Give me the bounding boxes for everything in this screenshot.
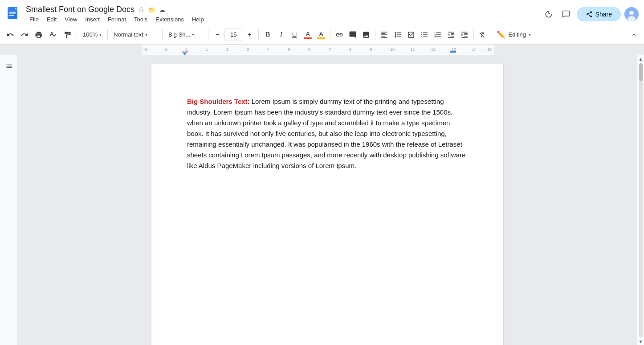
doc-title-area: Smallest Font on Google Docs ☆ 📁 ☁ File … <box>26 5 541 24</box>
menu-help[interactable]: Help <box>188 15 208 24</box>
title-actions: Share <box>541 7 639 21</box>
align-button[interactable] <box>378 29 391 41</box>
left-sidebar <box>0 55 18 345</box>
scrollbar[interactable]: ▲ ▼ <box>637 55 644 345</box>
doc-title[interactable]: Smallest Font on Google Docs <box>26 5 135 14</box>
style-chevron: ▾ <box>145 32 147 37</box>
svg-text:7: 7 <box>329 47 331 52</box>
menu-bar: File Edit View Insert Format Tools Exten… <box>26 15 541 24</box>
menu-format[interactable]: Format <box>104 15 130 24</box>
toolbar-expand-button[interactable] <box>628 29 640 41</box>
underline-button[interactable]: U <box>288 29 301 41</box>
menu-view[interactable]: View <box>61 15 81 24</box>
editing-mode-button[interactable]: ✏️ Editing ▾ <box>492 28 536 41</box>
title-bar: Smallest Font on Google Docs ☆ 📁 ☁ File … <box>0 0 644 25</box>
svg-text:10: 10 <box>390 47 395 52</box>
paint-format-button[interactable] <box>61 28 74 42</box>
redo-button[interactable] <box>18 28 31 42</box>
svg-rect-10 <box>0 45 142 55</box>
menu-insert[interactable]: Insert <box>82 15 103 24</box>
checklist-button[interactable] <box>405 29 417 41</box>
svg-text:3: 3 <box>247 47 249 52</box>
link-button[interactable] <box>333 29 346 41</box>
page-area[interactable]: Big Shoulders Text: Lorem Ipsum is simpl… <box>18 55 637 345</box>
indent-decrease-button[interactable] <box>445 29 457 41</box>
body-text: Lorem Ipsum is simply dummy text of the … <box>187 98 465 169</box>
menu-tools[interactable]: Tools <box>130 15 151 24</box>
svg-text:4: 4 <box>267 47 269 52</box>
star-icon[interactable]: ☆ <box>138 5 144 14</box>
svg-text:15: 15 <box>487 47 492 52</box>
svg-text:8: 8 <box>349 47 351 52</box>
highlight-button[interactable]: A <box>315 29 327 41</box>
indent-increase-button[interactable] <box>458 29 471 41</box>
undo-button[interactable] <box>4 28 17 42</box>
numbered-list-button[interactable] <box>432 29 444 41</box>
svg-text:12: 12 <box>431 47 436 52</box>
svg-rect-4 <box>9 15 14 16</box>
svg-text:-2: -2 <box>164 47 167 52</box>
separator-6 <box>330 29 330 40</box>
font-select[interactable]: Big Sh... ▾ <box>165 28 205 41</box>
spellcheck-button[interactable] <box>46 28 60 42</box>
bold-button[interactable]: B <box>261 29 274 41</box>
svg-text:1: 1 <box>206 47 208 52</box>
ruler: -3 -2 -1 1 2 3 4 5 6 7 8 9 10 11 12 13 1… <box>0 45 644 55</box>
increase-font-button[interactable]: + <box>243 29 256 41</box>
svg-text:2: 2 <box>226 47 228 52</box>
share-button[interactable]: Share <box>577 7 621 21</box>
outline-icon[interactable] <box>2 60 16 74</box>
menu-extensions[interactable]: Extensions <box>152 15 187 24</box>
highlighted-text: Big Shoulders Text: <box>187 98 250 105</box>
print-button[interactable] <box>32 28 45 42</box>
separator-5 <box>258 29 259 40</box>
svg-point-7 <box>629 11 634 15</box>
history-button[interactable] <box>541 7 555 21</box>
decrease-font-button[interactable]: − <box>211 29 224 41</box>
main-area: Big Shoulders Text: Lorem Ipsum is simpl… <box>0 55 644 345</box>
clear-format-button[interactable] <box>477 29 489 41</box>
scroll-thumb[interactable] <box>639 63 643 81</box>
share-label: Share <box>595 11 612 18</box>
editing-chevron: ▾ <box>529 32 531 37</box>
scroll-up-arrow[interactable]: ▲ <box>637 55 644 62</box>
svg-rect-32 <box>182 51 188 53</box>
svg-text:9: 9 <box>370 47 372 52</box>
bulleted-list-button[interactable] <box>418 29 431 41</box>
pencil-icon: ✏️ <box>497 30 505 39</box>
font-size-input[interactable] <box>224 29 242 41</box>
font-chevron: ▾ <box>192 32 194 37</box>
svg-rect-12 <box>142 45 494 55</box>
scroll-track[interactable] <box>639 63 643 337</box>
page-content[interactable]: Big Shoulders Text: Lorem Ipsum is simpl… <box>187 96 468 171</box>
cloud-save-icon[interactable]: ☁ <box>159 6 165 13</box>
menu-file[interactable]: File <box>26 15 42 24</box>
svg-rect-3 <box>9 13 16 14</box>
separator-8 <box>473 29 474 40</box>
separator-2 <box>107 29 108 40</box>
svg-point-8 <box>628 16 636 21</box>
editing-label: Editing <box>508 31 526 38</box>
scroll-down-arrow[interactable]: ▼ <box>637 338 644 345</box>
drive-icon[interactable]: 📁 <box>148 6 155 13</box>
doc-icon <box>5 6 21 22</box>
svg-rect-11 <box>494 45 644 55</box>
svg-text:14: 14 <box>472 47 477 52</box>
svg-text:11: 11 <box>411 47 415 52</box>
image-button[interactable] <box>360 29 372 41</box>
document-page[interactable]: Big Shoulders Text: Lorem Ipsum is simpl… <box>151 64 503 345</box>
avatar[interactable] <box>624 7 639 21</box>
menu-edit[interactable]: Edit <box>43 15 60 24</box>
svg-text:5: 5 <box>288 47 290 52</box>
separator-1 <box>77 29 77 40</box>
line-spacing-button[interactable] <box>391 29 404 41</box>
svg-rect-33 <box>450 51 456 53</box>
separator-7 <box>375 29 375 40</box>
svg-text:-3: -3 <box>143 47 147 52</box>
zoom-select[interactable]: 100% ▾ <box>80 28 105 41</box>
chat-button[interactable] <box>559 7 573 21</box>
italic-button[interactable]: I <box>275 29 287 41</box>
text-color-button[interactable]: A <box>302 29 314 41</box>
comment-button[interactable] <box>346 29 359 41</box>
paragraph-style-select[interactable]: Normal text ▾ <box>110 28 159 41</box>
